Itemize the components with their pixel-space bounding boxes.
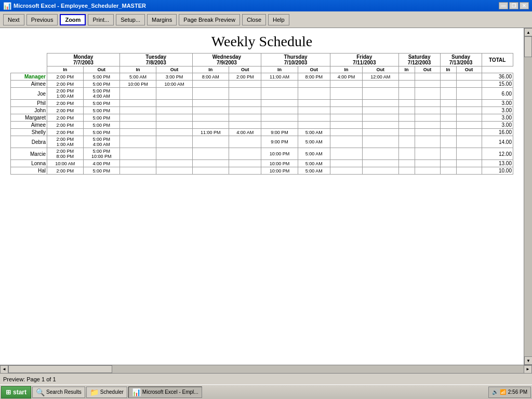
shift-out-cell bbox=[456, 114, 482, 122]
shift-in-cell bbox=[119, 167, 156, 175]
shift-out-cell: 5:00 PM bbox=[83, 129, 119, 136]
title-bar-text: Microsoft Excel - Employee_Scheduler_MAS… bbox=[14, 3, 146, 9]
scroll-track[interactable] bbox=[524, 36, 532, 356]
shift-in-cell bbox=[398, 114, 415, 122]
shift-out-cell bbox=[229, 100, 261, 107]
employee-name-cell: Marcie bbox=[11, 148, 47, 160]
taskbar-item-search[interactable]: 🔍 Search Results bbox=[32, 387, 85, 398]
folder-taskbar-icon: 📁 bbox=[90, 388, 99, 396]
shift-out-cell bbox=[156, 122, 193, 129]
scroll-right-button[interactable]: ► bbox=[524, 365, 532, 374]
app-icon: 📊 bbox=[3, 2, 11, 10]
margins-button[interactable]: Margins bbox=[147, 14, 177, 25]
shift-out-cell bbox=[363, 114, 399, 122]
page-break-preview-button[interactable]: Page Break Preview bbox=[179, 14, 240, 25]
table-row: Phil2:00 PM5:00 PM3.00 bbox=[11, 100, 513, 107]
previous-button[interactable]: Previous bbox=[26, 14, 58, 25]
employee-name-cell: John bbox=[11, 107, 47, 114]
scroll-thumb[interactable] bbox=[524, 36, 532, 57]
shift-in-cell: 9:00 PM bbox=[261, 136, 298, 148]
fri-in-header: In bbox=[330, 66, 362, 73]
minimize-button[interactable]: — bbox=[499, 2, 508, 9]
shift-in-cell bbox=[330, 136, 362, 148]
shift-in-cell: 10:00 PM bbox=[119, 81, 156, 88]
shift-in-cell bbox=[440, 136, 456, 148]
schedule-title: Weekly Schedule bbox=[10, 33, 513, 50]
shift-out-cell bbox=[415, 122, 440, 129]
search-taskbar-icon: 🔍 bbox=[36, 388, 45, 396]
shift-out-cell bbox=[363, 88, 399, 100]
shift-in-cell: 2:00 PM1:00 AM bbox=[47, 88, 84, 100]
close-toolbar-button[interactable]: Close bbox=[242, 14, 266, 25]
shift-out-cell: 12:00 AM bbox=[363, 73, 399, 81]
toolbar: Next Previous Zoom Print... Setup... Mar… bbox=[0, 11, 532, 28]
employee-name-cell: Shelly bbox=[11, 129, 47, 136]
next-button[interactable]: Next bbox=[3, 14, 24, 25]
print-button[interactable]: Print... bbox=[88, 14, 114, 25]
shift-in-cell bbox=[261, 81, 298, 88]
fri-out-header: Out bbox=[363, 66, 399, 73]
zoom-button[interactable]: Zoom bbox=[60, 14, 86, 25]
shift-out-cell bbox=[456, 160, 482, 167]
shift-in-cell bbox=[398, 129, 415, 136]
shift-out-cell: 5:00 PM bbox=[83, 122, 119, 129]
taskbar-item-excel[interactable]: 📊 Microsoft Excel - Empl... bbox=[128, 387, 202, 398]
shift-in-cell bbox=[330, 107, 362, 114]
h-scroll-track[interactable] bbox=[8, 365, 524, 373]
h-scroll-thumb[interactable] bbox=[8, 365, 112, 373]
shift-out-cell bbox=[363, 136, 399, 148]
shift-out-cell bbox=[363, 167, 399, 175]
table-row: John2:00 PM5:00 PM3.00 bbox=[11, 107, 513, 114]
shift-in-cell bbox=[330, 129, 362, 136]
horizontal-scrollbar[interactable]: ◄ ► bbox=[0, 365, 532, 373]
shift-out-cell bbox=[298, 107, 330, 114]
table-row: Hal2:00 PM5:00 PM10:00 PM5:00 AM10.00 bbox=[11, 167, 513, 175]
shift-out-cell: 5:00 PM bbox=[83, 73, 119, 81]
scroll-down-button[interactable]: ▼ bbox=[524, 356, 532, 365]
shift-in-cell: 10:00 PM bbox=[261, 167, 298, 175]
shift-out-cell bbox=[229, 114, 261, 122]
shift-in-cell bbox=[330, 148, 362, 160]
total-cell: 3.00 bbox=[482, 114, 513, 122]
shift-in-cell: 4:00 PM bbox=[330, 73, 362, 81]
shift-out-cell: 8:00 PM bbox=[298, 73, 330, 81]
window-close-button[interactable]: ✕ bbox=[520, 2, 529, 9]
shift-in-cell bbox=[330, 88, 362, 100]
thu-in-header: In bbox=[261, 66, 298, 73]
shift-in-cell bbox=[440, 167, 456, 175]
shift-out-cell bbox=[415, 100, 440, 107]
taskbar-item-scheduler[interactable]: 📁 Scheduler bbox=[86, 387, 127, 398]
shift-in-cell: 2:00 PM bbox=[47, 114, 84, 122]
shift-in-cell: 2:00 PM bbox=[47, 122, 84, 129]
status-text: Preview: Page 1 of 1 bbox=[3, 376, 56, 382]
total-header: TOTAL bbox=[482, 54, 513, 66]
taskbar-item-search-label: Search Results bbox=[46, 389, 82, 395]
tuesday-header: Tuesday 7/8/2003 bbox=[119, 54, 192, 66]
table-row: Shelly2:00 PM5:00 PM11:00 PM4:00 AM9:00 … bbox=[11, 129, 513, 136]
shift-out-cell bbox=[298, 114, 330, 122]
shift-in-cell bbox=[440, 81, 456, 88]
shift-in-cell bbox=[119, 136, 156, 148]
start-button[interactable]: ⊞ start bbox=[1, 386, 31, 398]
shift-out-cell bbox=[456, 73, 482, 81]
shift-in-cell bbox=[192, 114, 229, 122]
shift-out-cell: 5:00 AM bbox=[298, 136, 330, 148]
scroll-up-button[interactable]: ▲ bbox=[524, 28, 532, 36]
setup-button[interactable]: Setup... bbox=[116, 14, 145, 25]
shift-out-cell bbox=[415, 167, 440, 175]
maximize-button[interactable]: ❐ bbox=[509, 2, 518, 9]
shift-out-cell: 5:00 PM bbox=[83, 114, 119, 122]
scroll-left-button[interactable]: ◄ bbox=[0, 365, 8, 374]
vertical-scrollbar[interactable]: ▲ ▼ bbox=[524, 28, 532, 365]
help-button[interactable]: Help bbox=[268, 14, 289, 25]
employee-name-cell: Manager bbox=[11, 73, 47, 81]
table-row: Manager2:00 PM5:00 PM5:00 AM3:00 PM8:00 … bbox=[11, 73, 513, 81]
shift-in-cell bbox=[440, 88, 456, 100]
shift-in-cell bbox=[192, 148, 229, 160]
shift-out-cell bbox=[456, 88, 482, 100]
table-row: Debra2:00 PM1:00 AM5:00 PM4:00 AM9:00 PM… bbox=[11, 136, 513, 148]
shift-in-cell bbox=[440, 129, 456, 136]
shift-out-cell: 5:00 PM bbox=[83, 100, 119, 107]
shift-out-cell bbox=[298, 100, 330, 107]
shift-out-cell bbox=[229, 107, 261, 114]
